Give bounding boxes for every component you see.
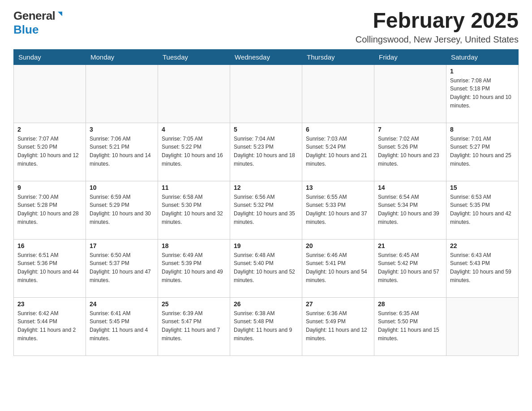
day-info: Sunrise: 6:43 AM Sunset: 5:43 PM Dayligh… (450, 251, 515, 284)
logo: General Blue (13, 9, 64, 37)
day-number: 21 (378, 242, 442, 249)
calendar-cell: 16Sunrise: 6:51 AM Sunset: 5:36 PM Dayli… (14, 239, 86, 297)
day-header-sunday: Sunday (14, 49, 86, 64)
calendar-cell: 15Sunrise: 6:53 AM Sunset: 5:35 PM Dayli… (446, 181, 519, 239)
calendar-cell: 23Sunrise: 6:42 AM Sunset: 5:44 PM Dayli… (14, 297, 86, 355)
day-info: Sunrise: 6:49 AM Sunset: 5:39 PM Dayligh… (162, 251, 226, 284)
calendar-cell: 19Sunrise: 6:48 AM Sunset: 5:40 PM Dayli… (230, 239, 302, 297)
calendar-cell: 13Sunrise: 6:55 AM Sunset: 5:33 PM Dayli… (302, 181, 374, 239)
day-number: 18 (162, 242, 226, 249)
calendar-cell: 11Sunrise: 6:58 AM Sunset: 5:30 PM Dayli… (158, 181, 230, 239)
day-header-row: SundayMondayTuesdayWednesdayThursdayFrid… (14, 49, 519, 64)
day-info: Sunrise: 7:08 AM Sunset: 5:18 PM Dayligh… (450, 77, 515, 110)
calendar-cell (230, 64, 302, 123)
day-number: 28 (378, 300, 442, 308)
day-info: Sunrise: 6:38 AM Sunset: 5:48 PM Dayligh… (234, 309, 298, 342)
day-info: Sunrise: 6:39 AM Sunset: 5:47 PM Dayligh… (162, 309, 226, 342)
calendar-body: 1Sunrise: 7:08 AM Sunset: 5:18 PM Daylig… (14, 64, 519, 355)
day-number: 23 (17, 300, 82, 308)
calendar-cell: 14Sunrise: 6:54 AM Sunset: 5:34 PM Dayli… (374, 181, 446, 239)
calendar-week-1: 1Sunrise: 7:08 AM Sunset: 5:18 PM Daylig… (14, 64, 519, 123)
day-info: Sunrise: 7:03 AM Sunset: 5:24 PM Dayligh… (306, 135, 370, 168)
calendar-cell: 12Sunrise: 6:56 AM Sunset: 5:32 PM Dayli… (230, 181, 302, 239)
logo-blue-text: Blue (13, 23, 39, 36)
day-info: Sunrise: 6:54 AM Sunset: 5:34 PM Dayligh… (378, 193, 442, 226)
day-header-wednesday: Wednesday (230, 49, 302, 64)
day-info: Sunrise: 6:48 AM Sunset: 5:40 PM Dayligh… (234, 251, 298, 284)
day-number: 3 (90, 126, 154, 133)
day-info: Sunrise: 6:45 AM Sunset: 5:42 PM Dayligh… (378, 251, 442, 284)
day-number: 17 (90, 242, 154, 249)
calendar-cell: 3Sunrise: 7:06 AM Sunset: 5:21 PM Daylig… (86, 123, 158, 181)
day-header-thursday: Thursday (302, 49, 374, 64)
day-info: Sunrise: 6:36 AM Sunset: 5:49 PM Dayligh… (306, 309, 370, 342)
calendar-week-3: 9Sunrise: 7:00 AM Sunset: 5:28 PM Daylig… (14, 181, 519, 239)
day-header-friday: Friday (374, 49, 446, 64)
day-number: 4 (162, 126, 226, 133)
day-number: 11 (162, 184, 226, 191)
day-info: Sunrise: 6:42 AM Sunset: 5:44 PM Dayligh… (17, 309, 82, 342)
day-info: Sunrise: 6:41 AM Sunset: 5:45 PM Dayligh… (90, 309, 154, 342)
title-block: February 2025 Collingswood, New Jersey, … (356, 9, 519, 45)
day-info: Sunrise: 7:00 AM Sunset: 5:28 PM Dayligh… (17, 193, 82, 226)
logo-arrow-icon (56, 11, 64, 21)
day-info: Sunrise: 6:53 AM Sunset: 5:35 PM Dayligh… (450, 193, 515, 226)
svg-marker-0 (58, 12, 62, 16)
day-number: 2 (17, 126, 82, 133)
logo-general-text: General (13, 9, 55, 23)
day-header-tuesday: Tuesday (158, 49, 230, 64)
day-number: 10 (90, 184, 154, 191)
day-info: Sunrise: 7:05 AM Sunset: 5:22 PM Dayligh… (162, 135, 226, 168)
month-title: February 2025 (356, 9, 519, 33)
day-number: 16 (17, 242, 82, 249)
calendar-cell (86, 64, 158, 123)
calendar-cell: 9Sunrise: 7:00 AM Sunset: 5:28 PM Daylig… (14, 181, 86, 239)
day-info: Sunrise: 7:04 AM Sunset: 5:23 PM Dayligh… (234, 135, 298, 168)
day-number: 8 (450, 126, 515, 133)
day-info: Sunrise: 6:58 AM Sunset: 5:30 PM Dayligh… (162, 193, 226, 226)
calendar-cell: 20Sunrise: 6:46 AM Sunset: 5:41 PM Dayli… (302, 239, 374, 297)
calendar-cell: 10Sunrise: 6:59 AM Sunset: 5:29 PM Dayli… (86, 181, 158, 239)
calendar-cell: 6Sunrise: 7:03 AM Sunset: 5:24 PM Daylig… (302, 123, 374, 181)
day-number: 1 (450, 68, 515, 75)
calendar-cell: 8Sunrise: 7:01 AM Sunset: 5:27 PM Daylig… (446, 123, 519, 181)
day-info: Sunrise: 6:35 AM Sunset: 5:50 PM Dayligh… (378, 309, 442, 342)
calendar-cell: 21Sunrise: 6:45 AM Sunset: 5:42 PM Dayli… (374, 239, 446, 297)
day-number: 9 (17, 184, 82, 191)
day-info: Sunrise: 6:59 AM Sunset: 5:29 PM Dayligh… (90, 193, 154, 226)
day-info: Sunrise: 7:07 AM Sunset: 5:20 PM Dayligh… (17, 135, 82, 168)
day-number: 6 (306, 126, 370, 133)
calendar-cell: 22Sunrise: 6:43 AM Sunset: 5:43 PM Dayli… (446, 239, 519, 297)
day-number: 14 (378, 184, 442, 191)
day-number: 15 (450, 184, 515, 191)
day-info: Sunrise: 6:55 AM Sunset: 5:33 PM Dayligh… (306, 193, 370, 226)
calendar-cell: 17Sunrise: 6:50 AM Sunset: 5:37 PM Dayli… (86, 239, 158, 297)
day-number: 20 (306, 242, 370, 249)
day-number: 7 (378, 126, 442, 133)
calendar-week-5: 23Sunrise: 6:42 AM Sunset: 5:44 PM Dayli… (14, 297, 519, 355)
calendar-week-4: 16Sunrise: 6:51 AM Sunset: 5:36 PM Dayli… (14, 239, 519, 297)
calendar-cell (374, 64, 446, 123)
calendar-cell: 27Sunrise: 6:36 AM Sunset: 5:49 PM Dayli… (302, 297, 374, 355)
day-info: Sunrise: 7:02 AM Sunset: 5:26 PM Dayligh… (378, 135, 442, 168)
day-number: 5 (234, 126, 298, 133)
day-info: Sunrise: 7:06 AM Sunset: 5:21 PM Dayligh… (90, 135, 154, 168)
day-number: 25 (162, 300, 226, 308)
calendar-cell: 7Sunrise: 7:02 AM Sunset: 5:26 PM Daylig… (374, 123, 446, 181)
day-info: Sunrise: 6:46 AM Sunset: 5:41 PM Dayligh… (306, 251, 370, 284)
calendar-cell: 2Sunrise: 7:07 AM Sunset: 5:20 PM Daylig… (14, 123, 86, 181)
day-header-monday: Monday (86, 49, 158, 64)
day-header-saturday: Saturday (446, 49, 519, 64)
calendar-cell: 5Sunrise: 7:04 AM Sunset: 5:23 PM Daylig… (230, 123, 302, 181)
calendar-cell: 25Sunrise: 6:39 AM Sunset: 5:47 PM Dayli… (158, 297, 230, 355)
day-number: 24 (90, 300, 154, 308)
day-info: Sunrise: 6:50 AM Sunset: 5:37 PM Dayligh… (90, 251, 154, 284)
day-info: Sunrise: 6:51 AM Sunset: 5:36 PM Dayligh… (17, 251, 82, 284)
calendar-cell: 24Sunrise: 6:41 AM Sunset: 5:45 PM Dayli… (86, 297, 158, 355)
calendar-header: SundayMondayTuesdayWednesdayThursdayFrid… (14, 49, 519, 64)
day-number: 12 (234, 184, 298, 191)
calendar-cell (14, 64, 86, 123)
calendar-cell: 28Sunrise: 6:35 AM Sunset: 5:50 PM Dayli… (374, 297, 446, 355)
day-number: 13 (306, 184, 370, 191)
calendar-cell: 1Sunrise: 7:08 AM Sunset: 5:18 PM Daylig… (446, 64, 519, 123)
